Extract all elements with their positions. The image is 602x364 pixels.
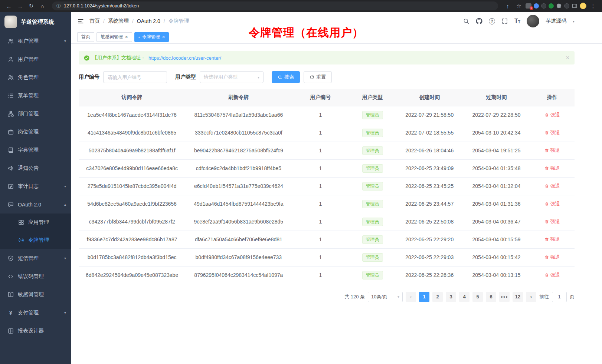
sidebar-item-notice[interactable]: 通知公告 [0,159,71,177]
table-row: c347026e805e4d99b0d116eae66eda8c cdfc4ce… [79,159,575,177]
reset-button[interactable]: 重置 [304,71,332,83]
page-button-6[interactable]: 6 [486,292,496,302]
delete-icon [544,255,549,259]
extension-dark-icon[interactable] [541,3,546,9]
page-size-select[interactable]: 10条/页▾ [368,292,403,302]
action-cell: 强退 [530,213,575,231]
user-type-cell: 管理员 [349,177,396,195]
github-icon[interactable] [476,18,482,24]
alert-close-icon[interactable]: × [566,54,569,61]
tab-sensitive-word[interactable]: 敏感词管理× [96,32,132,42]
sidebar-item-post[interactable]: 岗位管理 [0,123,71,141]
user-menu-caret-icon[interactable]: ▾ [573,19,575,23]
user-type-badge: 管理员 [362,253,383,262]
sidebar-item-payment[interactable]: ¥ 支付管理 ▾ [0,304,71,322]
goto-page-input[interactable] [552,292,567,302]
force-logout-button[interactable]: 强退 [544,147,560,154]
search-button[interactable]: 搜索 [272,71,300,83]
user-name[interactable]: 芋道源码 [546,18,566,24]
force-logout-button[interactable]: 强退 [544,201,560,207]
page-button-3[interactable]: 3 [446,292,456,302]
extension-green-icon[interactable] [549,3,554,9]
sidebar-item-dept[interactable]: 部门管理 [0,105,71,123]
share-icon[interactable]: ↑ [503,3,512,9]
page-button-4[interactable]: 4 [459,292,470,302]
sidebar-item-dict[interactable]: 字典管理 [0,141,71,159]
site-info-icon[interactable]: ⓘ [56,3,61,9]
force-logout-button[interactable]: 强退 [544,236,560,243]
sidebar-item-sensitive-word[interactable]: 敏感词管理 [0,285,71,304]
browser-forward-button[interactable]: → [16,3,24,9]
breadcrumb-item-home[interactable]: 首页 [89,18,100,24]
close-icon[interactable]: × [162,34,165,39]
address-bar[interactable]: ⓘ 127.0.0.1:1024/system/oauth2/token [52,1,498,10]
browser-back-button[interactable]: ← [4,3,13,9]
page-button-5[interactable]: 5 [472,292,483,302]
user-type-select[interactable]: 请选择用户类型▾ [200,71,264,83]
close-icon[interactable]: × [125,34,128,39]
force-logout-button[interactable]: 强退 [544,218,560,225]
user-type-badge: 管理员 [362,146,383,155]
sidebar-item-report-designer[interactable]: 报表设计器 [0,322,71,340]
sidebar-item-oauth2[interactable]: OAuth 2.0 ▴ [0,195,71,214]
sidebar-toggle-icon[interactable] [77,18,84,25]
refresh-token-cell: be90422b8c7946218275a508bf524fc9 [185,142,292,159]
annotation-title: 令牌管理（在线用户） [249,25,364,40]
table-row: 6d842e2924594de9a09e45e087323abe 8796295… [79,266,575,284]
delete-icon [544,148,549,153]
sidebar-subitem-token[interactable]: 令牌管理 [0,231,71,249]
refresh-token-cell: 8796295f04064c2983414cc54af1097a [185,266,292,284]
expire-time-cell: 2054-03-04 00:13:15 [463,266,530,284]
fullscreen-icon[interactable] [501,18,508,24]
sidebar-item-role[interactable]: 角色管理 [0,68,71,86]
sidebar-item-error-code[interactable]: 错误码管理 [0,267,71,285]
bookmark-star-icon[interactable]: ☆ [514,3,523,9]
tab-token[interactable]: ●令牌管理× [134,32,169,42]
user-id-input[interactable] [103,71,167,83]
chevron-down-icon: ▾ [258,75,259,79]
col-expire-time: 过期时间 [463,89,530,106]
sidebar-item-menu[interactable]: 菜单管理 [0,86,71,105]
page-button-1[interactable]: 1 [419,292,429,302]
force-logout-button[interactable]: 强退 [544,254,560,261]
sidebar-item-tenant[interactable]: 租户管理 ▾ [0,32,71,50]
help-icon[interactable]: ? [489,18,495,24]
extension-badged-icon[interactable]: 0 [526,3,531,9]
tab-home[interactable]: 首页 [77,32,94,42]
browser-home-button[interactable]: ⌂ [38,3,47,9]
refresh-icon [310,75,314,80]
filter-form: 用户编号 用户类型 请选择用户类型▾ 搜索 重置 [79,71,575,83]
sidebar-item-label: 通知公告 [18,165,39,172]
sidebar-subitem-app[interactable]: 应用管理 [0,214,71,231]
browser-profile-avatar[interactable] [580,3,586,9]
more-pages-button[interactable]: ●●● [499,292,510,302]
force-logout-button[interactable]: 强退 [544,112,560,118]
sidebar-item-user[interactable]: 用户管理 [0,50,71,68]
extensions-puzzle-icon[interactable] [556,3,562,9]
doc-link[interactable]: https://doc.iocoder.cn/user-center/ [148,55,221,61]
access-token-cell: 275e5de9151045fe87cbdc395e004f4d [79,177,185,195]
breadcrumb-item-oauth2[interactable]: OAuth 2.0 [137,18,160,24]
side-panel-icon[interactable] [572,3,578,9]
search-icon[interactable] [463,18,470,24]
prev-page-button[interactable]: ‹ [406,292,416,302]
browser-reload-button[interactable]: ↻ [27,3,36,9]
extension-blue-icon[interactable] [534,3,539,9]
col-access-token: 访问令牌 [79,89,185,106]
font-size-icon[interactable]: TT [514,18,520,24]
force-logout-button[interactable]: 强退 [544,165,560,172]
page-button-2[interactable]: 2 [432,292,443,302]
force-logout-button[interactable]: 强退 [544,183,560,189]
force-logout-button[interactable]: 强退 [544,272,560,278]
extension-dark2-icon[interactable] [564,3,569,9]
breadcrumb-item-system[interactable]: 系统管理 [108,18,129,24]
sidebar-item-audit-log[interactable]: 审计日志 ▾ [0,177,71,195]
force-logout-button[interactable]: 强退 [544,129,560,136]
sidebar-item-sms[interactable]: 短信管理 ▾ [0,249,71,267]
action-cell: 强退 [530,124,575,142]
browser-menu-icon[interactable]: ⋮ [589,3,598,9]
page-button-12[interactable]: 12 [513,292,523,302]
user-avatar[interactable] [527,15,539,27]
next-page-button[interactable]: › [526,292,536,302]
expire-time-cell: 2054-03-04 01:32:04 [463,177,530,195]
